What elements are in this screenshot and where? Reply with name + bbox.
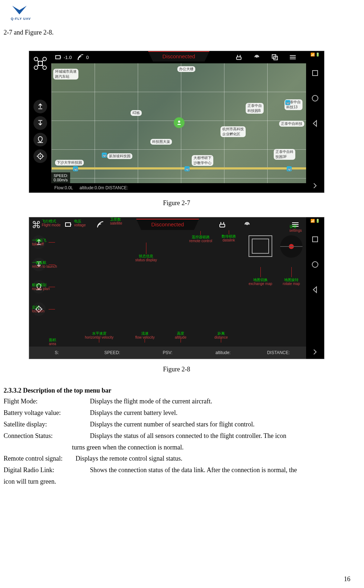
altitude-value: altitude:0.0m [79,185,104,190]
speed-field: SPEED: [85,350,140,355]
svg-point-31 [37,221,40,223]
bottom-telemetry-bar: S: SPEED: PSV: altitude: DISTANCE: [29,347,306,359]
annotation: 航线规划routes plan [32,283,50,291]
annotation: 地图切换exchange map [249,268,272,286]
battery-voltage-indicator: -1.0 [54,53,72,61]
map-poi-label: 正泰中自科技 [279,121,304,127]
svg-point-32 [33,226,35,228]
return-to-launch-button[interactable] [33,116,47,130]
map-poi-label: 科技图大厦 [150,139,172,145]
connection-status-banner: Disconnected [148,51,210,62]
svg-point-2 [34,66,38,69]
routes-plan-button[interactable]: 航线规划routes plan [32,280,55,294]
voltage-value: -1.0 [64,55,72,60]
svg-point-29 [312,95,318,101]
satellite-map-view[interactable]: 办公大楼 #2栋 科技图大厦 新加坡科技园 正泰中自 科技园B 正泰中自 科技1… [51,63,306,183]
annotation: 电压voltage [74,219,86,227]
map-exchange-icon[interactable] [271,53,280,61]
page-number: 16 [344,575,350,583]
takeoff-button[interactable]: 一键起飞take off [32,235,55,249]
satellite-value: 0 [86,55,88,60]
figure-caption: Figure 2-8 [29,366,324,373]
bottom-telemetry-bar: Flow:0.0L altitude:0.0m DISTANCE: [51,183,306,193]
takeoff-button[interactable] [33,100,47,113]
remote-control-icon [218,220,227,229]
map-poi-label: 办公大楼 [177,66,195,72]
satellite-icon [96,220,105,229]
return-to-launch-button[interactable]: 一键返航return to launch [32,258,55,271]
annotation: 卫星数satellite [110,217,122,225]
svg-point-21 [256,57,258,58]
svg-line-6 [42,60,43,62]
map-poi-label: 大都书研下 沙教学中心 [192,155,213,166]
satellite-indicator: 0 [77,53,88,61]
map-poi-label: 新加坡科技园 [107,153,132,159]
desc-label: Flight Mode: [4,397,90,407]
psv-field: PSV: [140,350,195,355]
desc-text: Displays the current battery level. [90,408,350,418]
svg-point-52 [312,262,318,267]
back-button[interactable] [310,119,320,128]
bus-stop-icon [185,166,190,171]
annotation: 数传链路datalink [222,231,236,242]
section-heading: 2.3.3.2 Description of the top menu bar [4,387,350,394]
figure-2-7-screenshot: -1.0 0 Disconnected [29,51,324,193]
map-poi-label: 环城城市高速 路汽车站 [53,69,78,80]
home-button[interactable] [310,94,320,103]
map-exchange-widget[interactable]: 地图切换exchange map [249,235,272,286]
annotation: 飞行模式Flight mode [42,219,60,227]
svg-point-0 [34,57,38,61]
svg-line-7 [37,65,39,66]
desc-continuation: icon will turn green. [4,477,350,487]
location-button[interactable] [33,149,47,163]
connection-status-banner: Disconnected [136,219,199,230]
svg-rect-51 [313,237,318,242]
brand-logo-text: Q-FLY UAV [11,17,31,21]
drone-icon [32,220,41,229]
svg-point-11 [40,155,41,157]
map-poi-label: 下沙大学科技园 [55,160,84,166]
map-poi-label: 杭州市高科技 企业孵化区 [220,126,246,137]
distance-field: DISTANCE: [251,350,306,355]
recents-button[interactable] [310,235,320,244]
desc-text: Displays the remote control signal statu… [76,454,350,464]
svg-point-3 [43,66,46,69]
annotation: 水平速度horizontal velocity [85,331,113,343]
chevron-button[interactable] [310,347,320,357]
altitude-field: altitude: [195,350,251,355]
svg-point-33 [37,226,40,228]
annotation: 一键返航return to launch [32,261,57,268]
desc-continuation: turns green when the connection is norma… [72,443,350,453]
android-nav-bar: 📶 🔋 [306,217,324,359]
svg-rect-28 [313,71,318,76]
svg-rect-17 [60,56,61,58]
home-button[interactable] [310,260,320,269]
continuation-text: 2-7 and Figure 2-8. [4,29,350,36]
map-poi-label: 正泰中自 科技园B [246,103,264,114]
svg-rect-37 [220,224,225,227]
datalink-icon [253,53,262,61]
routes-plan-button[interactable] [33,133,47,146]
map-rotate-widget[interactable]: 地图旋转rotate map [280,235,302,286]
back-button[interactable] [310,285,320,294]
top-menu-bar: Disconnected [29,217,306,232]
svg-point-1 [43,57,46,61]
datalink-icon [243,220,251,229]
svg-rect-34 [35,223,37,226]
android-nav-bar: 📶 🔋 [306,51,324,193]
desc-text: Shows the connection status of the data … [90,465,350,475]
recents-button[interactable] [310,68,320,78]
chevron-button[interactable] [310,181,320,190]
settings-icon[interactable] [289,53,298,61]
drone-icon [32,55,48,71]
svg-rect-36 [70,224,71,225]
location-button[interactable]: 定位location [32,302,55,316]
map-poi-label: 正泰中自科 技园3F [274,149,295,160]
area-field: S: [29,350,85,355]
flow-value: Flow:0.0L [54,185,73,190]
desc-label: Battery voltage value: [4,408,90,418]
remote-control-icon [235,53,244,61]
map-poi-label: #2栋 [131,110,142,116]
status-icons: 📶 🔋 [310,51,320,60]
bus-stop-icon [73,166,78,171]
